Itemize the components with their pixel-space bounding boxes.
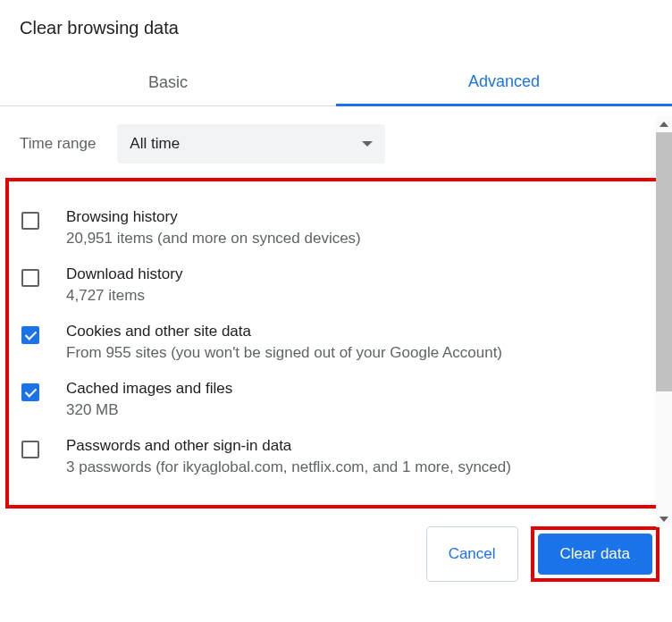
checkbox-cached[interactable] [21, 383, 39, 401]
data-types-list: Browsing history 20,951 items (and more … [5, 178, 665, 509]
item-sub: 320 MB [66, 401, 232, 419]
annotation-highlight: Clear data [531, 526, 659, 582]
scroll-down-icon[interactable] [656, 511, 672, 527]
item-sub: 4,727 items [66, 287, 182, 305]
list-item[interactable]: Cached images and files 320 MB [18, 371, 652, 428]
item-title: Cookies and other site data [66, 323, 502, 340]
item-sub: 3 passwords (for ikyaglobal.com, netflix… [66, 458, 511, 476]
time-range-select[interactable]: All time [117, 124, 385, 164]
item-title: Download history [66, 265, 182, 283]
dialog-actions: Cancel Clear data [0, 509, 672, 582]
chevron-down-icon [362, 141, 373, 147]
item-title: Browsing history [66, 208, 361, 226]
tab-bar: Basic Advanced [0, 60, 672, 106]
time-range-label: Time range [20, 135, 96, 153]
checkbox-passwords[interactable] [21, 441, 39, 458]
time-range-row: Time range All time [0, 106, 672, 174]
dialog-body: Time range All time Browsing history 20,… [0, 106, 672, 509]
checkbox-cookies[interactable] [21, 326, 39, 344]
clear-browsing-data-dialog: Clear browsing data Basic Advanced Time … [0, 0, 672, 582]
dialog-title: Clear browsing data [0, 0, 672, 38]
cancel-button[interactable]: Cancel [426, 526, 518, 582]
scroll-track[interactable] [656, 391, 672, 511]
time-range-value: All time [130, 135, 180, 153]
scroll-thumb[interactable] [656, 132, 672, 391]
list-item[interactable]: Download history 4,727 items [18, 256, 652, 314]
item-sub: From 955 sites (you won't be signed out … [66, 344, 502, 362]
checkbox-download-history[interactable] [21, 269, 39, 287]
list-item[interactable]: Browsing history 20,951 items (and more … [18, 199, 652, 256]
scrollbar[interactable] [656, 116, 672, 527]
checkbox-browsing-history[interactable] [21, 212, 39, 230]
tab-advanced[interactable]: Advanced [336, 60, 672, 106]
item-title: Passwords and other sign-in data [66, 437, 511, 455]
item-sub: 20,951 items (and more on synced devices… [66, 230, 361, 248]
tab-basic[interactable]: Basic [0, 60, 336, 105]
clear-data-button[interactable]: Clear data [538, 534, 652, 575]
list-item[interactable]: Cookies and other site data From 955 sit… [18, 314, 652, 371]
scroll-up-icon[interactable] [656, 116, 672, 132]
list-item[interactable]: Passwords and other sign-in data 3 passw… [18, 428, 652, 485]
item-title: Cached images and files [66, 380, 232, 398]
